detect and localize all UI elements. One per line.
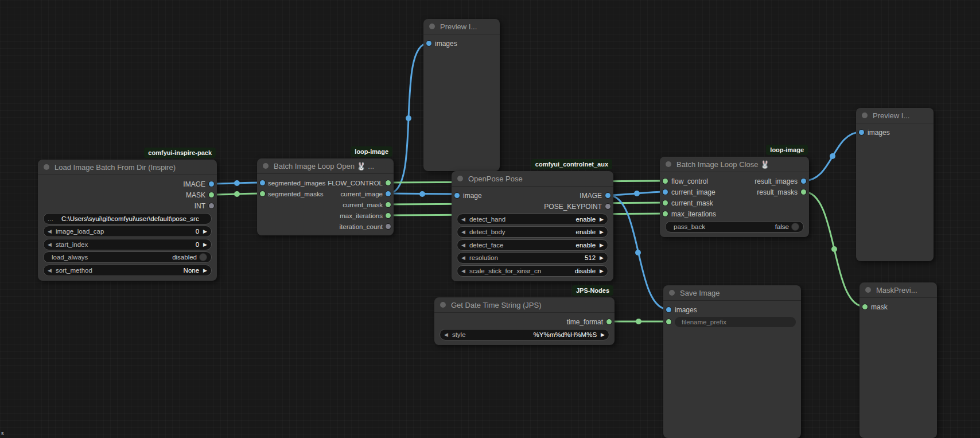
prev-option-arrow-icon[interactable]: ◀ bbox=[444, 332, 448, 338]
output-port-image[interactable]: IMAGE bbox=[183, 180, 217, 188]
node-mask-preview[interactable]: MaskPrevi... mask bbox=[860, 282, 937, 438]
output-port-time-format[interactable]: time_format bbox=[567, 318, 615, 326]
node-title-bar[interactable]: OpenPose Pose bbox=[452, 171, 613, 187]
link-midpoint-dot[interactable] bbox=[635, 250, 641, 255]
node-title-bar[interactable]: Save Image bbox=[663, 285, 801, 301]
current-mask-input-dot-icon[interactable] bbox=[663, 200, 668, 206]
result-images-output-dot-icon[interactable] bbox=[801, 179, 806, 184]
load-always-toggle[interactable]: load_always disabled bbox=[43, 251, 212, 263]
current-image-input-dot-icon[interactable] bbox=[663, 189, 668, 195]
collapse-dot-icon[interactable] bbox=[263, 163, 269, 169]
image-output-dot-icon[interactable] bbox=[209, 181, 214, 187]
mask-output-dot-icon[interactable] bbox=[209, 192, 214, 197]
segmented-masks-input-dot-icon[interactable] bbox=[260, 191, 265, 196]
node-batch-image-loop-open[interactable]: loop-image Batch Image Loop Open 🐰 ... s… bbox=[257, 158, 394, 235]
current-image-output-dot-icon[interactable] bbox=[386, 191, 391, 196]
start-index-widget[interactable]: ◀ start_index 0 ▶ bbox=[43, 239, 212, 250]
collapse-dot-icon[interactable] bbox=[429, 24, 435, 29]
node-save-image[interactable]: Save Image images filename_prefix bbox=[663, 285, 801, 438]
detect-hand-widget[interactable]: ◀ detect_hand enable ▶ bbox=[457, 214, 608, 225]
image-input-dot-icon[interactable] bbox=[454, 193, 460, 198]
link-midpoint-dot[interactable] bbox=[234, 180, 240, 186]
next-option-arrow-icon[interactable]: ▶ bbox=[600, 268, 604, 274]
iteration-count-output-dot-icon[interactable] bbox=[386, 224, 391, 229]
link-midpoint-dot[interactable] bbox=[830, 153, 835, 159]
input-port-images[interactable]: images bbox=[856, 129, 890, 137]
link-midpoint-dot[interactable] bbox=[419, 191, 425, 197]
next-option-arrow-icon[interactable]: ▶ bbox=[600, 216, 604, 222]
input-port-current-image[interactable]: current_image bbox=[660, 188, 715, 196]
decrement-arrow-icon[interactable]: ◀ bbox=[461, 255, 465, 261]
node-openpose-pose[interactable]: comfyui_controlnet_aux OpenPose Pose ima… bbox=[452, 171, 613, 281]
pass-back-toggle[interactable]: pass_back false bbox=[665, 221, 804, 232]
increment-arrow-icon[interactable]: ▶ bbox=[203, 228, 207, 234]
node-title-bar[interactable]: Preview I... bbox=[856, 108, 934, 123]
flow-control-output-dot-icon[interactable] bbox=[386, 180, 391, 185]
image-load-cap-widget[interactable]: ◀ image_load_cap 0 ▶ bbox=[43, 226, 212, 237]
collapse-dot-icon[interactable] bbox=[457, 176, 463, 181]
prev-option-arrow-icon[interactable]: ◀ bbox=[461, 216, 465, 222]
node-preview-image-top[interactable]: Preview I... images bbox=[423, 19, 500, 171]
input-port-flow-control[interactable]: flow_control bbox=[660, 177, 708, 185]
node-title-bar[interactable]: Batch Image Loop Open 🐰 ... bbox=[257, 158, 394, 174]
link-midpoint-dot[interactable] bbox=[634, 191, 640, 196]
current-mask-output-dot-icon[interactable] bbox=[386, 202, 391, 207]
output-port-mask[interactable]: MASK bbox=[186, 191, 217, 199]
max-iterations-output-dot-icon[interactable] bbox=[386, 213, 391, 218]
collapse-dot-icon[interactable] bbox=[862, 113, 868, 118]
pose-keypoint-output-dot-icon[interactable] bbox=[605, 204, 610, 209]
prev-option-arrow-icon[interactable]: ◀ bbox=[461, 242, 465, 248]
scale-stick-for-xinsr-cn-widget[interactable]: ◀ scale_stick_for_xinsr_cn disable ▶ bbox=[457, 265, 608, 277]
node-title-bar[interactable]: MaskPrevi... bbox=[860, 282, 937, 298]
image-output-dot-icon[interactable] bbox=[605, 193, 610, 198]
decrement-arrow-icon[interactable]: ◀ bbox=[48, 268, 52, 273]
mask-input-dot-icon[interactable] bbox=[862, 304, 868, 309]
decrement-arrow-icon[interactable]: ◀ bbox=[48, 242, 52, 247]
input-port-current-mask[interactable]: current_mask bbox=[660, 199, 713, 207]
images-input-dot-icon[interactable] bbox=[859, 130, 864, 135]
images-input-dot-icon[interactable] bbox=[666, 307, 671, 312]
directory-path-widget[interactable]: ... C:\Users\syui\git\comfyui\user\defau… bbox=[43, 213, 212, 224]
input-port-images[interactable]: images bbox=[663, 306, 697, 314]
input-port-segmented-masks[interactable]: segmented_masks bbox=[257, 191, 324, 197]
collapse-dot-icon[interactable] bbox=[44, 164, 49, 170]
node-get-date-time-string[interactable]: JPS-Nodes Get Date Time String (JPS) tim… bbox=[434, 297, 615, 345]
collapse-dot-icon[interactable] bbox=[666, 161, 671, 167]
input-port-mask[interactable]: mask bbox=[860, 303, 888, 311]
input-port-image[interactable]: image bbox=[452, 192, 482, 200]
input-port-segmented-images[interactable]: segmented_images bbox=[257, 180, 325, 187]
link-midpoint-dot[interactable] bbox=[234, 191, 240, 197]
int-output-dot-icon[interactable] bbox=[209, 203, 214, 208]
next-option-arrow-icon[interactable]: ▶ bbox=[600, 242, 604, 248]
link-midpoint-dot[interactable] bbox=[636, 319, 641, 324]
collapse-dot-icon[interactable] bbox=[440, 302, 446, 308]
filename-prefix-text-widget[interactable]: filename_prefix bbox=[675, 317, 796, 327]
node-preview-image-right[interactable]: Preview I... images bbox=[856, 108, 934, 261]
next-option-arrow-icon[interactable]: ▶ bbox=[601, 332, 605, 338]
link-midpoint-dot[interactable] bbox=[406, 115, 411, 121]
output-port-int[interactable]: INT bbox=[195, 202, 217, 210]
flow-control-input-dot-icon[interactable] bbox=[663, 179, 668, 184]
collapse-dot-icon[interactable] bbox=[669, 290, 675, 296]
result-masks-output-dot-icon[interactable] bbox=[801, 189, 806, 195]
increment-arrow-icon[interactable]: ▶ bbox=[203, 268, 207, 273]
collapse-dot-icon[interactable] bbox=[865, 287, 871, 293]
filename-prefix-input-dot-icon[interactable] bbox=[666, 319, 671, 324]
segmented-images-input-dot-icon[interactable] bbox=[260, 180, 265, 185]
input-port-images[interactable]: images bbox=[423, 40, 457, 48]
node-load-image-batch[interactable]: comfyui-inspire-pack Load Image Batch Fr… bbox=[38, 160, 217, 281]
output-port-image[interactable]: IMAGE bbox=[580, 192, 613, 200]
sort-method-widget[interactable]: ◀ sort_method None ▶ bbox=[43, 265, 212, 276]
node-graph-canvas[interactable]: comfyui-inspire-pack Load Image Batch Fr… bbox=[0, 0, 980, 438]
node-title-bar[interactable]: Load Image Batch From Dir (Inspire) bbox=[38, 160, 217, 175]
node-title-bar[interactable]: Get Date Time String (JPS) bbox=[434, 297, 615, 313]
images-input-dot-icon[interactable] bbox=[426, 41, 431, 46]
increment-arrow-icon[interactable]: ▶ bbox=[600, 255, 604, 261]
increment-arrow-icon[interactable]: ▶ bbox=[203, 242, 207, 247]
link-midpoint-dot[interactable] bbox=[831, 246, 837, 252]
detect-face-widget[interactable]: ◀ detect_face enable ▶ bbox=[457, 239, 608, 251]
output-port-current-image[interactable]: current_image bbox=[340, 191, 394, 197]
toggle-knob-icon[interactable] bbox=[199, 253, 207, 261]
prev-option-arrow-icon[interactable]: ◀ bbox=[461, 268, 465, 274]
toggle-knob-icon[interactable] bbox=[791, 223, 799, 231]
